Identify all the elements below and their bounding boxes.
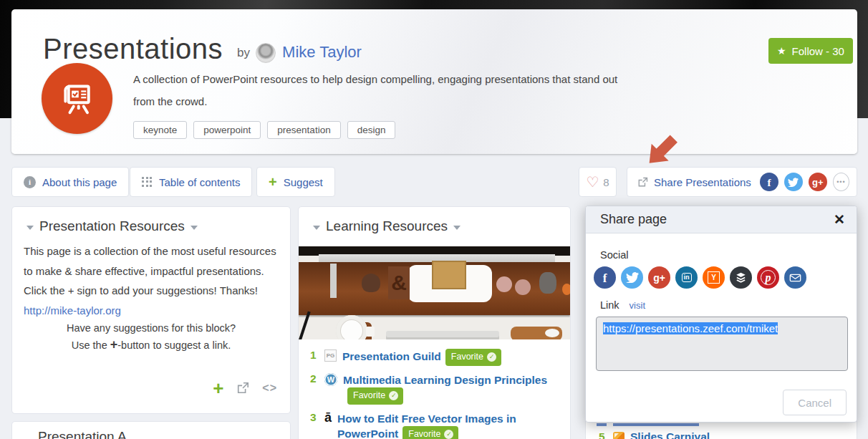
star-icon: ★ — [777, 46, 786, 56]
clipped-link-fragment — [597, 423, 607, 426]
dialog-header: Share page ✕ — [586, 206, 857, 233]
link-title[interactable]: Presentation Guild — [342, 350, 441, 362]
facebook-share-icon[interactable]: f — [594, 266, 616, 289]
tag-row: keynote powerpoint presentation design — [133, 121, 395, 139]
follow-button[interactable]: ★ Follow - 30 — [768, 38, 853, 64]
favorite-badge[interactable]: Favorite✓ — [445, 349, 501, 366]
suggestion-hint: Have any suggestions for this block? Use… — [12, 320, 290, 354]
by-label: by — [237, 46, 250, 60]
block-title: Learning Resources — [326, 218, 448, 234]
heart-icon: ♡ — [586, 175, 599, 189]
clipped-link-fragment — [613, 423, 699, 426]
tag-powerpoint[interactable]: powerpoint — [193, 121, 261, 139]
link-title[interactable]: Multimedia Learning Design Principles — [343, 374, 547, 386]
page-header-card: Presentations by Mike Taylor ★ Follow - … — [11, 9, 857, 154]
chevron-down-icon — [453, 226, 460, 230]
favorite-check-icon: ✓ — [487, 352, 496, 362]
block-title: Presentation A — [38, 429, 127, 439]
chevron-down-icon — [191, 226, 198, 230]
favorite-check-icon: ✓ — [444, 430, 453, 439]
table-of-contents-button[interactable]: Table of contents — [130, 167, 252, 197]
share-page-dialog: Share page ✕ Social f g+ in Y — [585, 206, 857, 423]
twitter-bird — [788, 178, 799, 187]
suggestion-question: Have any suggestions for this block? — [12, 320, 290, 337]
link-list: 1 PG Presentation GuildFavorite✓ 2 W Mul… — [310, 349, 562, 439]
item-rank: 3 — [310, 411, 319, 439]
tag-keynote[interactable]: keynote — [133, 121, 187, 139]
envelope-icon — [789, 273, 801, 283]
list-item: 2 W Multimedia Learning Design Principle… — [310, 372, 562, 405]
favorite-check-icon: ✓ — [389, 391, 398, 400]
title-row: Presentations by Mike Taylor — [43, 33, 362, 65]
mike-taylor-link[interactable]: http://mike-taylor.org — [24, 304, 121, 317]
tag-presentation[interactable]: presentation — [267, 121, 340, 139]
presentation-guild-favicon: PG — [324, 349, 337, 362]
likes-count: 8 — [603, 176, 609, 188]
plus-icon: + — [110, 337, 118, 352]
plus-icon: + — [269, 175, 277, 189]
more-options-button[interactable]: ••• — [833, 173, 849, 191]
buffer-layers — [735, 271, 747, 284]
twitter-icon[interactable] — [784, 173, 803, 191]
tag-design[interactable]: design — [347, 121, 396, 139]
block-learning-resources: Learning Resources & 1 PG Presentation G… — [298, 206, 571, 439]
social-label: Social — [600, 249, 629, 261]
social-share-row: f g+ in Y p — [594, 266, 806, 289]
link-row: Link visit — [600, 299, 645, 311]
list-item: 5 Slides Carnival — [599, 430, 710, 439]
suggest-label: Suggest — [284, 176, 323, 188]
about-page-button[interactable]: i About this page — [11, 167, 129, 197]
block-paragraph: This page is a collection of the most us… — [24, 241, 280, 320]
ellipsis-icon: ••• — [836, 178, 845, 185]
slidescarnival-favicon — [613, 432, 625, 439]
link-title[interactable]: Slides Carnival — [630, 430, 710, 439]
info-icon: i — [24, 176, 36, 188]
desk-photo: & — [299, 246, 570, 339]
chevron-down-icon — [313, 226, 320, 230]
block-heading[interactable]: Presentation Resources — [26, 218, 198, 234]
share-url-value: https://presentations.zeef.com/tmiket — [603, 322, 778, 334]
toc-label: Table of contents — [159, 176, 240, 188]
share-block-icon[interactable] — [236, 382, 249, 395]
hackernews-share-icon[interactable]: Y — [703, 266, 725, 289]
add-link-button[interactable]: + — [213, 379, 223, 397]
item-rank: 2 — [310, 372, 319, 405]
cancel-button[interactable]: Cancel — [783, 390, 847, 415]
link-label: Link — [600, 299, 619, 311]
page-description: A collection of PowerPoint resources to … — [133, 68, 635, 112]
follow-label: Follow - 30 — [792, 45, 844, 57]
page-title: Presentations — [43, 33, 223, 65]
pinterest-share-icon[interactable]: p — [757, 266, 779, 289]
likes-button[interactable]: ♡ 8 — [579, 167, 617, 197]
googleplus-icon[interactable]: g+ — [809, 173, 827, 191]
visit-link[interactable]: visit — [630, 300, 645, 311]
twitter-share-icon[interactable] — [621, 266, 643, 289]
block-title: Presentation Resources — [39, 218, 185, 234]
block-heading[interactable]: Presentation A — [38, 429, 127, 439]
close-icon[interactable]: ✕ — [834, 211, 845, 228]
embed-code-button[interactable]: <> — [262, 382, 277, 395]
block-bottom-left: Presentation A — [11, 421, 291, 439]
block-actions: + <> — [213, 379, 277, 397]
articulate-icon: ā — [324, 412, 332, 439]
page-logo — [42, 63, 112, 134]
list-item: 1 PG Presentation GuildFavorite✓ — [310, 349, 562, 366]
share-icon — [637, 176, 648, 188]
about-label: About this page — [42, 176, 117, 188]
share-url-textarea[interactable]: https://presentations.zeef.com/tmiket — [596, 317, 848, 371]
page: Presentations by Mike Taylor ★ Follow - … — [0, 0, 868, 439]
share-presentations-link[interactable]: Share Presentations — [654, 176, 751, 188]
favorite-badge[interactable]: Favorite✓ — [402, 426, 458, 439]
item-rank: 5 — [599, 430, 607, 439]
block-heading[interactable]: Learning Resources — [313, 218, 460, 234]
email-share-icon[interactable] — [784, 266, 806, 289]
suggest-button[interactable]: + Suggest — [256, 167, 335, 197]
author-link[interactable]: Mike Taylor — [282, 43, 362, 62]
dialog-title: Share page — [600, 212, 667, 227]
linkedin-share-icon[interactable]: in — [675, 266, 698, 289]
author-avatar[interactable] — [256, 43, 276, 63]
googleplus-share-icon[interactable]: g+ — [648, 266, 670, 289]
buffer-share-icon[interactable] — [730, 266, 752, 289]
facebook-icon[interactable]: f — [760, 173, 778, 191]
favorite-badge[interactable]: Favorite✓ — [347, 387, 403, 405]
